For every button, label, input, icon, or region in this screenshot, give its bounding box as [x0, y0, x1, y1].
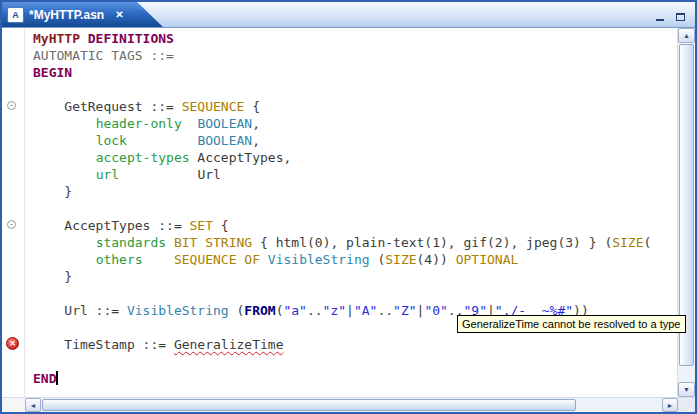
- code-line: standards BIT STRING { html(0), plain-te…: [33, 234, 677, 251]
- code-line: }: [33, 268, 677, 285]
- code-token: END: [33, 371, 56, 386]
- code-token: AcceptTypes,: [190, 150, 292, 165]
- code-line: TimeStamp ::= GeneralizeTime: [33, 336, 677, 353]
- scroll-up-button[interactable]: ▲: [678, 28, 695, 43]
- tab-title: *MyHTTP.asn: [29, 8, 104, 22]
- code-token: { html(0), plain-text(1), gif(2), jpeg(3…: [252, 235, 612, 250]
- code-token: SET: [190, 218, 213, 233]
- scroll-left-button[interactable]: ◄: [25, 398, 41, 412]
- code-token: [33, 252, 96, 267]
- code-token: VisibleString: [127, 303, 229, 318]
- code-token: Url: [119, 167, 221, 182]
- code-token: ,: [252, 116, 260, 131]
- code-token: [127, 133, 197, 148]
- horizontal-scroll-thumb[interactable]: [42, 399, 576, 411]
- fold-collapse-icon[interactable]: -: [7, 220, 16, 229]
- code-token: [260, 252, 268, 267]
- code-token: {: [244, 99, 260, 114]
- code-line: others SEQUENCE OF VisibleString (SIZE(4…: [33, 251, 677, 268]
- code-token: header-only: [96, 116, 182, 131]
- minimize-button[interactable]: [653, 9, 667, 21]
- asn-file-icon: A: [7, 7, 24, 23]
- error-tooltip: GeneralizeTime cannot be resolved to a t…: [457, 315, 686, 333]
- code-token: url: [96, 167, 119, 182]
- code-token: ..: [377, 303, 393, 318]
- code-token: [33, 116, 96, 131]
- horizontal-scrollbar-row: ◄ ►: [2, 397, 695, 412]
- code-token: (4)): [417, 252, 456, 267]
- code-token: BIT STRING: [174, 235, 252, 250]
- code-token: (: [644, 235, 652, 250]
- code-line: AUTOMATIC TAGS ::=: [33, 47, 677, 64]
- code-token: DEFINITIONS: [88, 31, 174, 46]
- code-token: BEGIN: [33, 65, 72, 80]
- code-token: "A": [354, 303, 377, 318]
- code-token: "0": [424, 303, 447, 318]
- code-line: MyHTTP DEFINITIONS: [33, 30, 677, 47]
- code-token: [33, 150, 96, 165]
- code-token: SIZE: [385, 252, 416, 267]
- window-controls: [653, 2, 695, 27]
- code-token: }: [33, 269, 72, 284]
- code-line: }: [33, 183, 677, 200]
- tab-close-icon[interactable]: ✕: [115, 9, 123, 20]
- code-token: SIZE: [612, 235, 643, 250]
- down-arrow-icon: ▼: [683, 386, 690, 393]
- code-token: "z": [323, 303, 346, 318]
- code-line: [33, 81, 677, 98]
- bottom-right-corner: [678, 398, 695, 412]
- code-token: "a": [283, 303, 306, 318]
- horizontal-scrollbar[interactable]: ◄ ►: [25, 398, 678, 412]
- code-token: BOOLEAN: [197, 116, 252, 131]
- code-line: lock BOOLEAN,: [33, 132, 677, 149]
- code-editor[interactable]: MyHTTP DEFINITIONSAUTOMATIC TAGS ::=BEGI…: [25, 28, 677, 397]
- code-token: TimeStamp ::=: [33, 337, 174, 352]
- code-token: SEQUENCE: [182, 99, 245, 114]
- code-line: END: [33, 370, 677, 387]
- code-token: GeneralizeTime: [174, 337, 284, 352]
- tab-myhttp-asn[interactable]: A *MyHTTP.asn ✕: [2, 2, 163, 27]
- code-token: [33, 167, 96, 182]
- code-token: GetRequest ::=: [33, 99, 182, 114]
- code-line: header-only BOOLEAN,: [33, 115, 677, 132]
- code-token: {: [213, 218, 229, 233]
- code-token: (: [370, 252, 386, 267]
- code-token: [33, 235, 96, 250]
- fold-collapse-icon[interactable]: -: [7, 101, 16, 110]
- editor-tab-bar: A *MyHTTP.asn ✕: [2, 2, 695, 28]
- code-line: GetRequest ::= SEQUENCE {: [33, 98, 677, 115]
- code-line: accept-types AcceptTypes,: [33, 149, 677, 166]
- code-token: [143, 252, 174, 267]
- annotation-ruler[interactable]: --✕: [2, 28, 25, 397]
- up-arrow-icon: ▲: [683, 32, 690, 39]
- horizontal-scroll-track[interactable]: [41, 398, 662, 412]
- code-token: [80, 31, 88, 46]
- right-arrow-icon: ►: [667, 402, 674, 409]
- code-token: Url ::=: [33, 303, 127, 318]
- code-token: lock: [96, 133, 127, 148]
- code-token: AcceptTypes ::=: [33, 218, 190, 233]
- bottom-left-corner: [2, 398, 25, 412]
- left-arrow-icon: ◄: [30, 402, 37, 409]
- editor-window: A *MyHTTP.asn ✕ --✕ MyHTTP DEFINITIONSAU…: [0, 0, 697, 414]
- code-token: others: [96, 252, 143, 267]
- code-token: accept-types: [96, 150, 190, 165]
- scroll-down-button[interactable]: ▼: [678, 382, 695, 397]
- code-token: "Z": [393, 303, 416, 318]
- code-token: ,: [252, 133, 260, 148]
- code-token: [182, 116, 198, 131]
- minimize-icon: [656, 16, 664, 21]
- code-token: (: [229, 303, 245, 318]
- editor-area: --✕ MyHTTP DEFINITIONSAUTOMATIC TAGS ::=…: [2, 28, 695, 397]
- code-token: [166, 235, 174, 250]
- maximize-button[interactable]: [673, 9, 687, 21]
- maximize-icon: [676, 13, 685, 21]
- vertical-scrollbar[interactable]: ▲ ▼: [677, 28, 695, 397]
- code-line: url Url: [33, 166, 677, 183]
- scroll-right-button[interactable]: ►: [662, 398, 678, 412]
- code-token: AUTOMATIC TAGS ::=: [33, 48, 174, 63]
- error-marker-icon[interactable]: ✕: [6, 337, 19, 350]
- code-token: |: [346, 303, 354, 318]
- code-line: BEGIN: [33, 64, 677, 81]
- code-token: FROM: [244, 303, 275, 318]
